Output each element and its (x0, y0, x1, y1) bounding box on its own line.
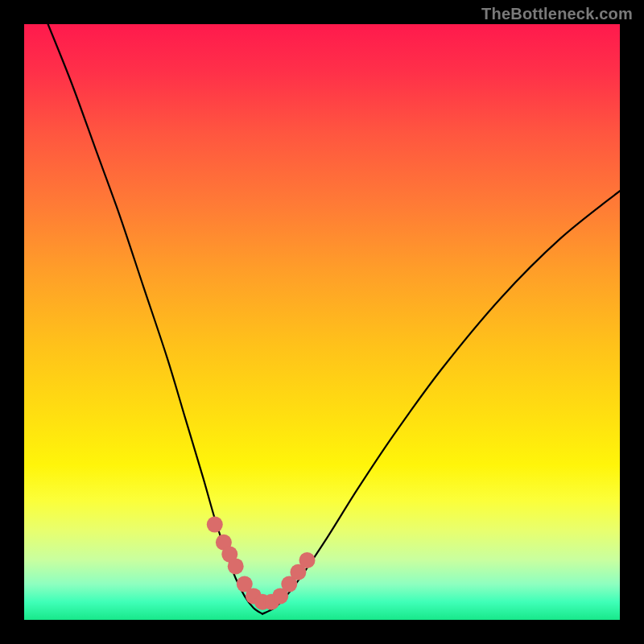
marker-block (283, 578, 295, 591)
left-arm-curve (48, 24, 262, 614)
plot-area (24, 24, 620, 620)
marker-block (274, 589, 287, 602)
curve-layer (24, 24, 620, 620)
watermark-text: TheBottleneck.com (481, 5, 633, 23)
marker-block (238, 578, 251, 591)
marker-block (291, 566, 304, 579)
right-arm-curve (262, 191, 620, 613)
marker-block (301, 554, 314, 567)
chart-frame: TheBottleneck.com (0, 0, 644, 644)
marker-block (208, 518, 221, 531)
marker-block (229, 559, 242, 572)
